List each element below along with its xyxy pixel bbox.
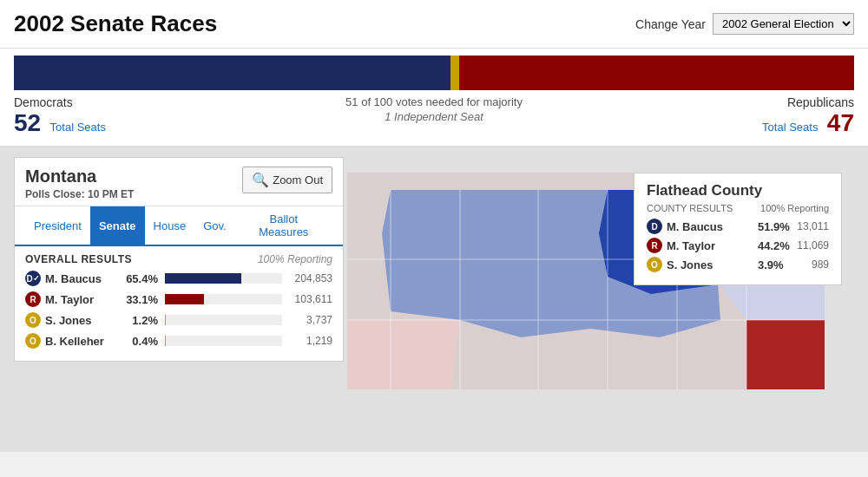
rep-seat-count: 47 [827,109,854,136]
rep-total-seats: Total Seats [762,121,818,134]
seat-bar-section: Democrats 52 Total Seats 51 of 100 votes… [0,49,868,147]
vote-bar-container [165,336,282,346]
rep-bar [459,56,854,90]
year-select[interactable]: 2002 General Election [713,13,854,35]
party-badge: R [25,291,41,307]
results-section: OVERALL RESULTS 100% Reporting D✓ M. Bau… [15,246,343,361]
vote-count: 204,853 [289,272,332,284]
vote-bar [165,336,166,346]
result-row: R M. Taylor 33.1% 103,611 [25,291,332,307]
tab-senate[interactable]: Senate [90,206,145,245]
tabs-bar: President Senate House Gov. Ballot Measu… [15,206,343,246]
page-title: 2002 Senate Races [14,10,217,37]
county-votes: 13,011 [794,220,829,232]
county-votes: 989 [794,258,829,271]
county-pct: 3.9% [758,258,794,271]
zoom-icon: 🔍 [252,172,269,188]
svg-marker-5 [347,320,460,389]
tab-gov[interactable]: Gov. [194,206,235,245]
candidate-name: M. Taylor [45,293,123,306]
vote-count: 3,737 [289,314,332,326]
result-row: O S. Jones 1.2% 3,737 [25,312,332,328]
state-name: Montana [25,167,134,186]
candidate-pct: 65.4% [123,272,158,285]
county-candidate-name: M. Baucus [667,220,758,233]
panel-header: Montana Polls Close: 10 PM ET 🔍 Zoom Out [15,158,343,206]
candidate-name: M. Baucus [45,272,123,285]
county-party-badge: O [647,257,662,272]
county-name: Flathead County [647,182,829,199]
panel-state-row: Montana Polls Close: 10 PM ET 🔍 Zoom Out [25,167,332,200]
candidate-name: S. Jones [45,314,123,327]
zoom-label: Zoom Out [273,173,323,186]
reporting-pct: 100% Reporting [258,253,332,265]
vote-bar [165,294,204,304]
candidate-rows: D✓ M. Baucus 65.4% 204,853 R M. Taylor 3… [25,271,332,349]
page-header: 2002 Senate Races Change Year 2002 Gener… [0,0,868,49]
county-results-header: COUNTY RESULTS 100% Reporting [647,203,829,213]
polls-close: Polls Close: 10 PM ET [25,188,134,200]
result-row: D✓ M. Baucus 65.4% 204,853 [25,271,332,286]
change-year-control: Change Year 2002 General Election [635,13,854,35]
tab-house[interactable]: House [145,206,195,245]
vote-bar-container [165,273,282,284]
county-reporting: 100% Reporting [760,203,829,213]
tab-president[interactable]: President [25,206,90,245]
candidate-name: B. Kelleher [45,335,123,348]
county-candidate-name: M. Taylor [667,239,758,252]
info-panel: Montana Polls Close: 10 PM ET 🔍 Zoom Out… [14,157,344,362]
county-results-label: COUNTY RESULTS [647,203,733,213]
dem-total-seats: Total Seats [50,121,106,134]
party-badge: D✓ [25,271,41,286]
county-result-row: O S. Jones 3.9% 989 [647,257,829,272]
vote-bar [165,315,166,325]
county-candidate-name: S. Jones [667,258,758,271]
county-result-row: D M. Baucus 51.9% 13,011 [647,219,829,234]
county-votes: 11,069 [794,239,829,252]
tab-ballot-measures[interactable]: Ballot Measures [235,206,332,245]
county-pct: 44.2% [758,239,794,252]
vote-count: 1,219 [289,335,332,347]
result-row: O B. Kelleher 0.4% 1,219 [25,333,332,349]
mid-label-block: 51 of 100 votes needed for majority 1 In… [106,95,762,137]
county-party-badge: D [647,219,662,234]
seat-labels: Democrats 52 Total Seats 51 of 100 votes… [14,95,854,137]
candidate-pct: 0.4% [123,335,158,348]
county-party-badge: R [647,238,662,253]
zoom-out-button[interactable]: 🔍 Zoom Out [242,167,332,193]
dem-party-name: Democrats [14,95,106,109]
majority-text: 51 of 100 votes needed for majority [106,95,762,108]
change-year-label: Change Year [635,17,706,31]
svg-marker-4 [746,320,825,389]
vote-bar [165,273,241,284]
party-badge: O [25,312,41,328]
dem-seat-count: 52 [14,109,41,136]
seat-bar [14,56,854,90]
ind-bar [450,56,459,90]
results-header: OVERALL RESULTS 100% Reporting [25,253,332,265]
results-label: OVERALL RESULTS [25,253,132,265]
dem-label-block: Democrats 52 Total Seats [14,95,106,137]
county-candidate-rows: D M. Baucus 51.9% 13,011 R M. Taylor 44.… [647,219,829,272]
county-tooltip: Flathead County COUNTY RESULTS 100% Repo… [634,173,842,285]
candidate-pct: 33.1% [123,293,158,306]
rep-party-name: Republicans [762,95,854,109]
vote-bar-container [165,294,282,304]
map-section: Montana Polls Close: 10 PM ET 🔍 Zoom Out… [0,147,868,452]
county-pct: 51.9% [758,220,794,233]
party-badge: O [25,333,41,349]
vote-bar-container [165,315,282,325]
winner-check: ✓ [33,274,40,283]
candidate-pct: 1.2% [123,314,158,327]
rep-label-block: Republicans Total Seats 47 [762,95,854,137]
vote-count: 103,611 [289,293,332,305]
county-result-row: R M. Taylor 44.2% 11,069 [647,238,829,253]
ind-text: 1 Independent Seat [106,110,762,123]
dem-bar [14,56,450,90]
